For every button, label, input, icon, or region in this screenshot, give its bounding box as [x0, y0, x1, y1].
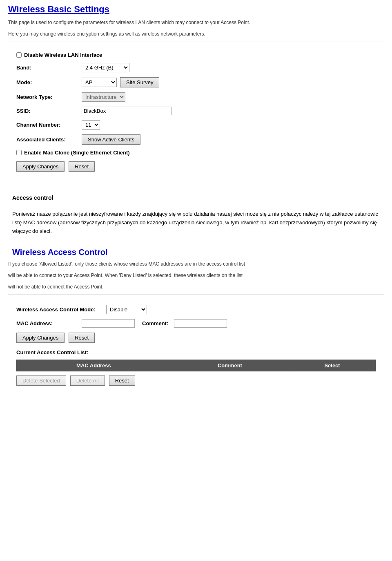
associated-clients-row: Associated Clients: Show Active Clients: [16, 134, 376, 145]
band-label: Band:: [16, 65, 82, 71]
ssid-input[interactable]: [82, 107, 172, 115]
disable-wireless-label: Disable Wireless LAN Interface: [24, 52, 102, 58]
access-control-intro-text: Ponieważ nasze połączenie jest nieszyfro…: [12, 206, 380, 239]
page-description-line1: This page is used to configure the param…: [8, 19, 384, 26]
reset-button-1[interactable]: Reset: [69, 161, 95, 172]
page-description-line2: Here you may change wireless encryption …: [8, 30, 384, 38]
band-row: Band: 2.4 GHz (B) 2.4 GHz (G) 2.4 GHz (B…: [16, 63, 376, 72]
ssid-control-group: [82, 107, 172, 115]
band-select[interactable]: 2.4 GHz (B) 2.4 GHz (G) 2.4 GHz (B+G) 5 …: [82, 63, 129, 72]
reset-button-2[interactable]: Reset: [69, 333, 95, 343]
mode-row: Mode: AP Client WDS AP+WDS Site Survey: [16, 77, 376, 87]
ssid-row: SSID:: [16, 107, 376, 115]
access-control-mode-row: Wireless Access Control Mode: Disable Al…: [16, 305, 376, 314]
access-control-desc3: will not be able to connect the Access P…: [8, 283, 384, 291]
table-header-select: Select: [289, 360, 376, 371]
delete-selected-button[interactable]: Delete Selected: [16, 375, 66, 386]
divider-access-control: [8, 295, 384, 295]
access-control-intro-heading: Access control: [12, 194, 380, 201]
basic-settings-section: Disable Wireless LAN Interface Band: 2.4…: [8, 48, 384, 178]
mac-address-input[interactable]: [82, 319, 135, 328]
mac-clone-checkbox[interactable]: [16, 150, 22, 155]
wireless-access-control-title: Wireless Access Control: [8, 248, 384, 257]
network-type-label: Network Type:: [16, 94, 82, 100]
reset-button-3[interactable]: Reset: [109, 375, 135, 386]
apply-changes-button-2[interactable]: Apply Changes: [16, 333, 65, 343]
disable-wireless-checkbox[interactable]: [16, 52, 22, 58]
associated-clients-label: Associated Clients:: [16, 136, 82, 143]
mac-clone-label: Enable Mac Clone (Single Ethernet Client…: [24, 150, 130, 156]
network-type-select[interactable]: Infrastructure Ad-hoc: [82, 92, 125, 102]
network-type-row: Network Type: Infrastructure Ad-hoc: [16, 92, 376, 102]
apply-changes-button-1[interactable]: Apply Changes: [16, 161, 65, 172]
channel-label: Channel Number:: [16, 122, 82, 128]
mode-control-group: AP Client WDS AP+WDS Site Survey: [82, 77, 159, 87]
access-control-buttons-row: Apply Changes Reset: [16, 333, 376, 343]
divider-top: [8, 42, 384, 42]
channel-control-group: 1234 5678 91011 121314: [82, 120, 100, 130]
current-list-label: Current Access Control List:: [16, 349, 376, 355]
band-control-group: 2.4 GHz (B) 2.4 GHz (G) 2.4 GHz (B+G) 5 …: [82, 63, 129, 72]
disable-wireless-row: Disable Wireless LAN Interface: [16, 52, 376, 58]
mac-address-label: MAC Address:: [16, 320, 82, 326]
access-control-outer: Access control Ponieważ nasze połączenie…: [8, 186, 384, 390]
access-control-mode-select[interactable]: Disable Allow Listed Deny Listed: [106, 305, 147, 314]
page-title: Wireless Basic Settings: [8, 4, 384, 15]
table-header-comment: Comment: [171, 360, 289, 371]
access-control-heading-row: Access control Ponieważ nasze połączenie…: [8, 186, 384, 244]
mac-comment-row: MAC Address: Comment:: [16, 319, 376, 328]
associated-clients-control-group: Show Active Clients: [82, 134, 140, 145]
site-survey-button[interactable]: Site Survey: [120, 77, 159, 87]
access-control-table: MAC Address Comment Select: [16, 360, 376, 371]
table-header-row: MAC Address Comment Select: [17, 360, 376, 371]
mode-label: Mode:: [16, 79, 82, 85]
channel-select[interactable]: 1234 5678 91011 121314: [82, 120, 100, 130]
comment-label: Comment:: [142, 320, 168, 326]
access-control-form: Wireless Access Control Mode: Disable Al…: [8, 301, 384, 390]
table-header-mac: MAC Address: [17, 360, 171, 371]
mode-select[interactable]: AP Client WDS AP+WDS: [82, 78, 117, 87]
show-active-clients-button[interactable]: Show Active Clients: [82, 134, 140, 145]
ssid-label: SSID:: [16, 108, 82, 114]
mac-clone-row: Enable Mac Clone (Single Ethernet Client…: [16, 150, 376, 156]
access-control-mode-label: Wireless Access Control Mode:: [16, 306, 106, 313]
bottom-buttons-row: Delete Selected Delete All Reset: [16, 375, 376, 386]
basic-buttons-row: Apply Changes Reset: [16, 161, 376, 172]
access-control-mode-group: Disable Allow Listed Deny Listed: [106, 305, 147, 314]
access-control-desc2: will be able to connect to your Access P…: [8, 272, 384, 279]
delete-all-button[interactable]: Delete All: [70, 375, 105, 386]
channel-row: Channel Number: 1234 5678 91011 121314: [16, 120, 376, 130]
mac-comment-group: Comment:: [82, 319, 227, 328]
network-type-control-group: Infrastructure Ad-hoc: [82, 92, 125, 102]
comment-input[interactable]: [174, 319, 227, 328]
access-control-desc1: If you choose 'Allowed Listed', only tho…: [8, 260, 384, 268]
